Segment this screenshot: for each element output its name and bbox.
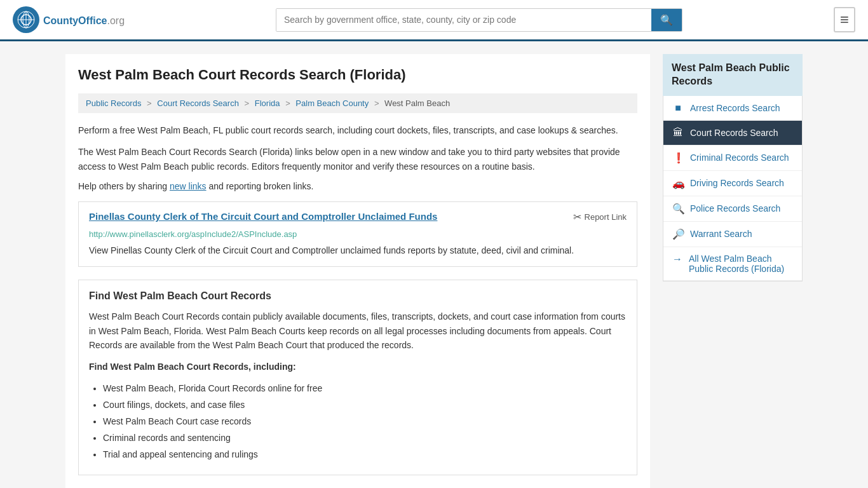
breadcrumb-link-palm-beach-county[interactable]: Palm Beach County xyxy=(295,98,369,108)
search-icon: 🔍 xyxy=(660,15,673,25)
sidebar-item-all-records[interactable]: → All West Palm Beach Public Records (Fl… xyxy=(663,247,802,281)
page-title: West Palm Beach Court Records Search (Fl… xyxy=(78,67,637,83)
search-area: 🔍 xyxy=(276,8,682,32)
info-list: West Palm Beach, Florida Court Records o… xyxy=(89,382,627,461)
breadcrumb-link-public-records[interactable]: Public Records xyxy=(86,98,141,108)
all-records-arrow-icon: → xyxy=(672,254,682,265)
info-section: Find West Palm Beach Court Records West … xyxy=(78,280,637,475)
logo-text: CountyOffice.org xyxy=(43,13,125,27)
report-link-button[interactable]: ✂ Report Link xyxy=(573,211,627,223)
help-text-before: Help others by sharing xyxy=(78,181,167,191)
menu-button[interactable]: ≡ xyxy=(834,7,855,32)
list-item: West Palm Beach, Florida Court Records o… xyxy=(103,382,627,395)
description-2: The West Palm Beach Court Records Search… xyxy=(78,145,637,173)
info-section-list-title: Find West Palm Beach Court Records, incl… xyxy=(89,362,296,372)
sidebar-item-arrest-records[interactable]: ■ Arrest Records Search xyxy=(663,96,802,121)
breadcrumb-current: West Palm Beach xyxy=(384,98,450,108)
search-box: 🔍 xyxy=(276,8,682,32)
info-section-title: Find West Palm Beach Court Records xyxy=(89,290,627,302)
breadcrumb: Public Records > Court Records Search > … xyxy=(78,93,637,113)
link-card: Pinellas County Clerk of The Circuit Cou… xyxy=(78,201,637,267)
content-area: West Palm Beach Court Records Search (Fl… xyxy=(65,54,650,488)
report-link-label: Report Link xyxy=(585,212,627,222)
court-records-icon: 🏛 xyxy=(672,127,684,139)
sidebar-title: West Palm Beach Public Records xyxy=(663,54,803,96)
criminal-records-icon: ❗ xyxy=(672,152,684,164)
link-card-header: Pinellas County Clerk of The Circuit Cou… xyxy=(89,211,627,226)
help-text: Help others by sharing new links and rep… xyxy=(78,181,637,191)
driving-records-icon: 🚗 xyxy=(672,177,684,189)
list-item: Court filings, dockets, and case files xyxy=(103,398,627,412)
sidebar-item-label: Warrant Search xyxy=(690,229,752,239)
info-section-paragraph: West Palm Beach Court Records contain pu… xyxy=(89,309,627,352)
sidebar-item-label: Criminal Records Search xyxy=(690,152,789,163)
arrest-records-icon: ■ xyxy=(672,102,684,114)
sidebar: West Palm Beach Public Records ■ Arrest … xyxy=(663,54,803,488)
list-item: Criminal records and sentencing xyxy=(103,431,627,445)
sidebar-item-criminal-records[interactable]: ❗ Criminal Records Search xyxy=(663,146,802,171)
breadcrumb-sep-3: > xyxy=(285,98,290,108)
breadcrumb-sep-1: > xyxy=(147,98,152,108)
new-links-link[interactable]: new links xyxy=(170,181,207,191)
sidebar-item-police-records[interactable]: 🔍 Police Records Search xyxy=(663,196,802,222)
breadcrumb-link-court-records[interactable]: Court Records Search xyxy=(157,98,239,108)
link-card-title[interactable]: Pinellas County Clerk of The Circuit Cou… xyxy=(89,211,437,222)
logo-icon xyxy=(13,6,39,33)
link-card-description: View Pinellas County Clerk of the Circui… xyxy=(89,244,627,257)
warrant-search-icon: 🔎 xyxy=(672,228,684,240)
sidebar-item-driving-records[interactable]: 🚗 Driving Records Search xyxy=(663,171,802,196)
hamburger-icon: ≡ xyxy=(840,11,849,28)
sidebar-item-label: All West Palm Beach Public Records (Flor… xyxy=(689,254,793,274)
sidebar-item-label: Court Records Search xyxy=(690,128,778,138)
sidebar-item-label: Police Records Search xyxy=(690,203,780,214)
search-button[interactable]: 🔍 xyxy=(651,9,682,31)
description-1: Perform a free West Palm Beach, FL publi… xyxy=(78,123,637,137)
sidebar-item-label: Driving Records Search xyxy=(690,178,784,188)
help-text-after2: and reporting broken links. xyxy=(208,181,313,191)
breadcrumb-sep-4: > xyxy=(374,98,379,108)
breadcrumb-sep-2: > xyxy=(245,98,250,108)
header: CountyOffice.org 🔍 ≡ xyxy=(0,0,868,41)
search-input[interactable] xyxy=(276,9,651,31)
police-records-icon: 🔍 xyxy=(672,203,684,215)
sidebar-item-court-records[interactable]: 🏛 Court Records Search xyxy=(663,121,802,146)
report-icon: ✂ xyxy=(573,211,581,223)
logo-area: CountyOffice.org xyxy=(13,6,125,33)
list-item: Trial and appeal sentencing and rulings xyxy=(103,448,627,461)
sidebar-item-warrant-search[interactable]: 🔎 Warrant Search xyxy=(663,222,802,247)
list-item: West Palm Beach Court case records xyxy=(103,415,627,428)
link-card-url[interactable]: http://www.pinellasclerk.org/aspInclude2… xyxy=(89,229,627,239)
breadcrumb-link-florida[interactable]: Florida xyxy=(255,98,280,108)
main-container: West Palm Beach Court Records Search (Fl… xyxy=(53,41,815,488)
sidebar-item-label: Arrest Records Search xyxy=(690,103,780,113)
sidebar-menu: ■ Arrest Records Search 🏛 Court Records … xyxy=(663,96,803,281)
